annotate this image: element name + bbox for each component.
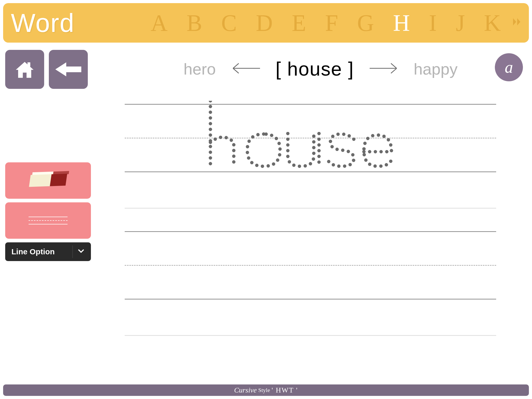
footer-bar: Cursive Style ' HWT ' (3, 384, 529, 396)
alphabet-letter-e[interactable]: E (290, 10, 308, 36)
arrow-left-icon (55, 60, 81, 78)
footer-style: Style (258, 387, 270, 394)
alphabet-letter-g[interactable]: G (355, 10, 376, 36)
prev-word[interactable]: hero (184, 60, 216, 78)
trace-word[interactable] (205, 102, 396, 169)
alphabet-row: ABCDEFGHIJK (149, 3, 503, 43)
rule-set-2 (125, 231, 496, 299)
trace-letter-h[interactable] (205, 101, 244, 169)
dropdown-label: Line Option (11, 247, 55, 256)
alphabet-letter-h[interactable]: H (391, 10, 412, 36)
nav-buttons (5, 50, 88, 89)
current-word: [ house ] (276, 58, 354, 80)
header-bar: Word ABCDEFGHIJK (3, 3, 529, 43)
trace-letter-u[interactable] (283, 132, 325, 169)
alphabet-letter-b[interactable]: B (184, 10, 204, 36)
alphabet-letter-j[interactable]: J (454, 10, 467, 36)
back-button[interactable] (49, 50, 88, 89)
alphabet-letter-d[interactable]: D (254, 10, 275, 36)
trace-letter-o[interactable] (244, 132, 283, 169)
arrow-left-icon[interactable] (231, 62, 260, 76)
trace-letter-e[interactable] (360, 132, 396, 169)
trace-letter-s[interactable] (325, 132, 360, 169)
line-option-dropdown[interactable]: Line Option (5, 242, 91, 261)
eraser-button[interactable] (5, 162, 91, 199)
word-navigator: hero [ house ] happy (125, 55, 516, 83)
tool-sidebar: Line Option (5, 162, 91, 261)
alphabet-letter-a[interactable]: A (149, 10, 170, 36)
style-badge[interactable]: a (495, 53, 523, 81)
line-style-button[interactable] (5, 202, 91, 239)
home-icon (13, 58, 36, 81)
alphabet-letter-c[interactable]: C (219, 10, 239, 36)
style-badge-letter: a (505, 58, 513, 77)
next-word[interactable]: happy (414, 60, 458, 78)
alphabet-letter-i[interactable]: I (427, 10, 439, 36)
alphabet-next-icon[interactable] (512, 16, 522, 30)
alphabet-letter-f[interactable]: F (323, 10, 340, 36)
alphabet-letter-k[interactable]: K (482, 10, 503, 36)
arrow-right-icon[interactable] (370, 62, 398, 76)
footer-name: ' HWT ' (272, 386, 298, 394)
page-title: Word (11, 8, 75, 38)
lines-icon (29, 217, 68, 224)
home-button[interactable] (5, 50, 44, 89)
svg-rect-0 (28, 62, 30, 66)
chevron-down-icon (77, 247, 85, 256)
eraser-icon (29, 171, 68, 190)
footer-cursive: Cursive (234, 386, 257, 394)
rule-set-1 (125, 104, 496, 171)
writing-canvas[interactable] (125, 104, 496, 364)
